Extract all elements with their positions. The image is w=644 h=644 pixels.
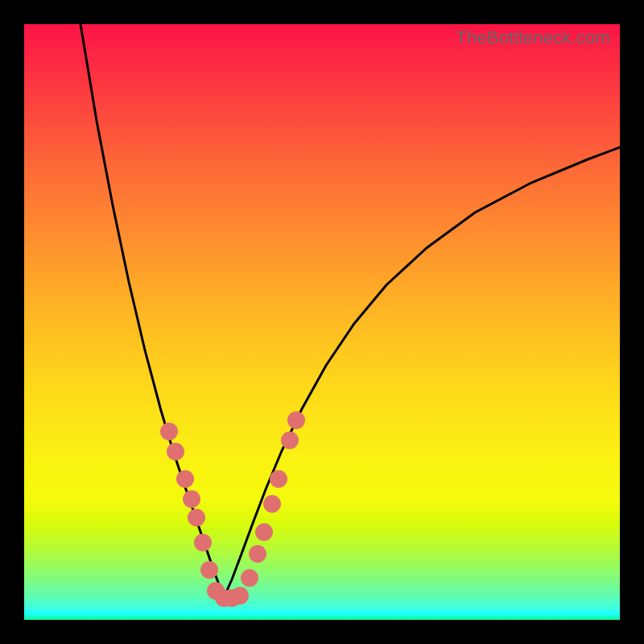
bead-point xyxy=(231,587,249,605)
bead-point xyxy=(249,545,266,563)
bead-point xyxy=(281,431,299,449)
bead-point xyxy=(287,411,305,429)
bead-point xyxy=(263,495,281,513)
bead-point xyxy=(167,443,184,460)
bead-point xyxy=(200,561,218,579)
curve-right-branch xyxy=(224,147,620,597)
bead-point xyxy=(176,470,194,488)
curve-layer xyxy=(24,24,620,620)
plot-area: TheBottleneck.com xyxy=(24,24,620,620)
bead-point xyxy=(270,470,287,488)
bead-point xyxy=(160,423,178,440)
bead-point xyxy=(194,534,212,551)
bead-point xyxy=(183,490,200,508)
chart-frame: TheBottleneck.com xyxy=(0,0,644,644)
bead-point xyxy=(255,523,273,541)
bead-point xyxy=(188,509,205,526)
bead-point xyxy=(241,569,258,587)
